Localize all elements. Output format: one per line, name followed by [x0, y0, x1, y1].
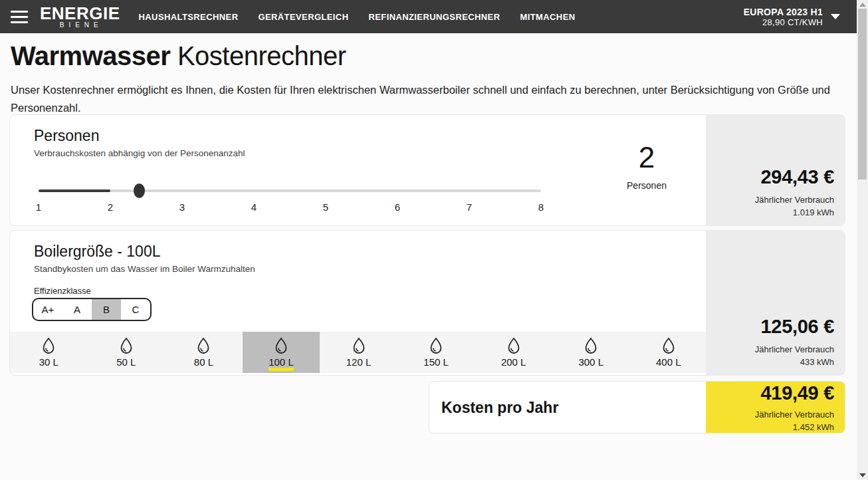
boiler-size-100l[interactable]: 100 L: [243, 332, 320, 373]
scrollbar-thumb[interactable]: [858, 9, 867, 180]
boiler-size-300l[interactable]: 300 L: [552, 332, 630, 373]
page-title: Warmwasser Kostenrechner: [11, 41, 346, 71]
boiler-size-80l[interactable]: 80 L: [165, 332, 243, 373]
boiler-size-120l[interactable]: 120 L: [320, 332, 397, 373]
water-drop-icon: [119, 337, 134, 354]
efficiency-option-b[interactable]: B: [92, 299, 121, 320]
boiler-card-title: Boilergröße - 100L: [34, 243, 161, 261]
tariff-price: 28,90 CT/KWH: [744, 17, 823, 27]
nav-item-mitmachen[interactable]: MITMACHEN: [520, 12, 575, 22]
slider-tick-8: 8: [538, 201, 544, 213]
efficiency-class-label: Effizienzklasse: [34, 286, 91, 296]
tariff-selector[interactable]: EUROPA 2023 H1 28,90 CT/KWH: [744, 7, 860, 27]
page-title-bold: Warmwasser: [11, 41, 170, 70]
boiler-result-panel: 125,06 € Jährlicher Verbrauch 433 kWh: [706, 231, 845, 375]
total-consumption-label: Jährlicher Verbrauch: [755, 410, 834, 420]
water-drop-icon: [584, 337, 598, 354]
boiler-size-400l[interactable]: 400 L: [630, 332, 708, 373]
efficiency-option-a[interactable]: A: [62, 299, 92, 320]
boiler-size-150l[interactable]: 150 L: [397, 332, 475, 373]
boiler-size-50l[interactable]: 50 L: [88, 332, 165, 373]
chevron-down-icon: [831, 14, 840, 19]
logo[interactable]: ENERGIE BIENE: [40, 5, 120, 29]
persons-consumption-label: Jährlicher Verbrauch: [755, 195, 834, 205]
logo-text-main: ENERGIE: [40, 5, 120, 21]
boiler-consumption-value: 433 kWh: [800, 357, 834, 367]
persons-selected-value: 2 Personen: [604, 142, 689, 191]
efficiency-option-c[interactable]: C: [121, 299, 150, 320]
slider-tick-7: 7: [467, 201, 472, 213]
tariff-region: EUROPA 2023 H1: [744, 7, 823, 17]
boiler-size-200l[interactable]: 200 L: [475, 332, 552, 373]
persons-slider: 1 2 3 4 5 6 7 8: [39, 184, 541, 217]
total-cost-title: Kosten pro Jahr: [441, 398, 558, 416]
persons-count: 2: [604, 142, 689, 174]
boiler-card-subtitle: Standbykosten um das Wasser im Boiler Wa…: [34, 264, 255, 274]
water-drop-icon: [41, 337, 56, 354]
water-drop-icon: [274, 337, 288, 354]
efficiency-option-a-plus[interactable]: A+: [33, 299, 62, 320]
water-drop-icon: [661, 337, 676, 354]
persons-count-label: Personen: [604, 180, 689, 191]
tariff-text: EUROPA 2023 H1 28,90 CT/KWH: [744, 7, 823, 27]
boiler-size-row: 30 L 50 L 80 L 100 L 120 L 150 L 200 L: [10, 332, 707, 373]
scroll-up-icon[interactable]: [859, 3, 866, 7]
slider-tick-4: 4: [251, 201, 257, 213]
slider-fill: [39, 189, 110, 192]
slider-tick-1: 1: [36, 201, 41, 213]
efficiency-class-group: A+ A B C: [32, 298, 152, 321]
boiler-cost: 125,06 €: [761, 316, 835, 338]
nav-item-geraetevergleich[interactable]: GERÄTEVERGLEICH: [258, 12, 348, 22]
total-cost: 419,49 €: [761, 382, 835, 404]
boiler-card: Boilergröße - 100L Standbykosten um das …: [9, 230, 845, 376]
persons-card-title: Personen: [34, 127, 99, 145]
total-consumption-value: 1.452 kWh: [793, 422, 834, 432]
water-drop-icon: [429, 337, 443, 354]
vertical-scrollbar[interactable]: [857, 0, 868, 480]
boiler-size-30l[interactable]: 30 L: [10, 332, 88, 373]
total-result-panel: 419,49 € Jährlicher Verbrauch 1.452 kWh: [706, 382, 845, 433]
persons-card: Personen Verbrauchskosten abhängig von d…: [9, 114, 845, 226]
persons-consumption-value: 1.019 kWh: [793, 207, 834, 217]
water-drop-icon: [352, 337, 366, 354]
slider-tick-5: 5: [323, 201, 328, 213]
nav-item-refinanzierungsrechner[interactable]: REFINANZIERUNGSRECHNER: [368, 12, 500, 22]
slider-tick-2: 2: [108, 201, 113, 213]
hamburger-menu-icon[interactable]: [11, 11, 28, 23]
main-nav: HAUSHALTSRECHNER GERÄTEVERGLEICH REFINAN…: [139, 12, 576, 22]
slider-tick-3: 3: [179, 201, 185, 213]
boiler-consumption-label: Jährlicher Verbrauch: [755, 344, 834, 354]
selected-size-underline: [269, 368, 294, 371]
scroll-down-icon[interactable]: [859, 473, 866, 477]
nav-item-haushaltsrechner[interactable]: HAUSHALTSRECHNER: [139, 12, 239, 22]
persons-card-subtitle: Verbrauchskosten abhängig von der Person…: [34, 148, 245, 158]
slider-tick-6: 6: [395, 201, 400, 213]
water-drop-icon: [506, 337, 521, 354]
slider-track[interactable]: [39, 189, 541, 192]
top-navigation-bar: ENERGIE BIENE HAUSHALTSRECHNER GERÄTEVER…: [0, 0, 868, 33]
water-drop-icon: [196, 337, 211, 354]
persons-result-panel: 294,43 € Jährlicher Verbrauch 1.019 kWh: [706, 115, 845, 225]
total-cost-card: Kosten pro Jahr 419,49 € Jährlicher Verb…: [429, 381, 845, 433]
page-title-regular: Kostenrechner: [170, 41, 346, 70]
slider-handle[interactable]: [134, 183, 145, 198]
page-description: Unser Kostenrechner ermöglicht es Ihnen,…: [11, 81, 841, 117]
persons-cost: 294,43 €: [761, 166, 835, 188]
